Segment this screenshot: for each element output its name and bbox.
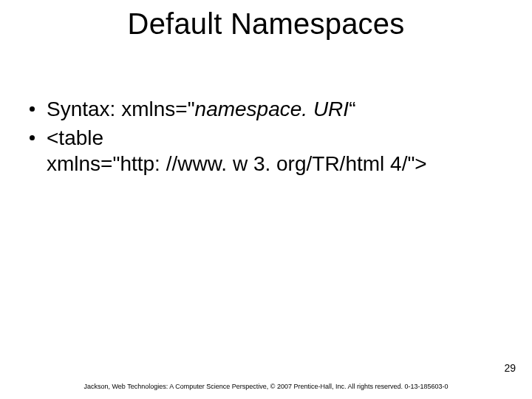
bullet-italic: namespace. URI [195, 98, 349, 120]
slide: Default Namespaces Syntax: xmlns="namesp… [0, 0, 532, 399]
bullet-suffix: “ [349, 98, 355, 120]
bullet-line2: xmlns="http: //www. w 3. org/TR/html 4/"… [47, 152, 427, 175]
footer-text: Jackson, Web Technologies: A Computer Sc… [0, 383, 532, 390]
bullet-item: <table xmlns="http: //www. w 3. org/TR/h… [30, 125, 502, 177]
bullet-prefix: Syntax: xmlns=" [47, 98, 195, 120]
bullet-text: <table xmlns="http: //www. w 3. org/TR/h… [47, 125, 502, 177]
bullet-dot-icon [30, 135, 35, 140]
bullet-dot-icon [30, 106, 35, 112]
page-number: 29 [504, 362, 516, 374]
bullet-line1: <table [47, 126, 103, 149]
slide-title: Default Namespaces [0, 7, 532, 41]
bullet-item: Syntax: xmlns="namespace. URI“ [30, 96, 502, 122]
bullet-text: Syntax: xmlns="namespace. URI“ [47, 96, 502, 122]
slide-body: Syntax: xmlns="namespace. URI“ <table xm… [30, 96, 502, 180]
